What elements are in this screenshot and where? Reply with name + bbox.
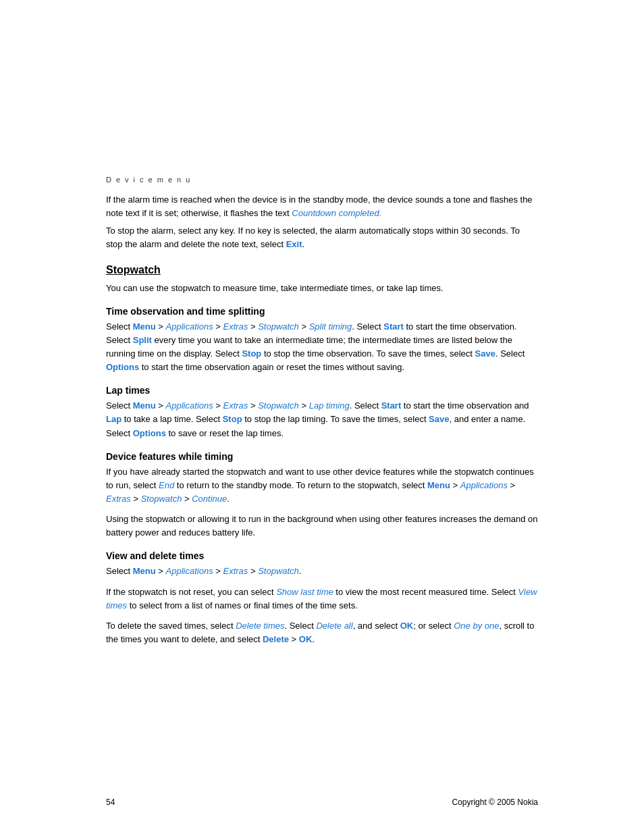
end-link[interactable]: End	[159, 480, 174, 490]
ok-link-2[interactable]: OK	[299, 634, 313, 644]
save-link-1[interactable]: Save	[475, 348, 495, 359]
delete-times-link[interactable]: Delete times	[236, 621, 284, 631]
copyright: Copyright © 2005 Nokia	[452, 798, 538, 807]
options-link-1[interactable]: Options	[106, 362, 139, 372]
device-features-body-1: If you have already started the stopwatc…	[106, 465, 538, 506]
extras-link-2[interactable]: Extras	[223, 400, 248, 411]
one-by-one-link[interactable]: One by one	[454, 621, 499, 631]
intro-text-2: To stop the alarm, select any key. If no…	[106, 226, 520, 249]
delete-link[interactable]: Delete	[263, 634, 289, 644]
applications-link-1[interactable]: Applications	[166, 321, 213, 332]
stopwatch-link-1[interactable]: Stopwatch	[258, 321, 299, 332]
continue-link[interactable]: Continue	[192, 494, 227, 504]
page-number: 54	[106, 798, 115, 807]
menu-link-2[interactable]: Menu	[133, 400, 156, 411]
extras-link-1[interactable]: Extras	[223, 321, 248, 332]
options-link-2[interactable]: Options	[133, 428, 166, 438]
lap-times-title: Lap times	[106, 385, 538, 396]
start-link-1[interactable]: Start	[383, 321, 404, 332]
applications-link-3[interactable]: Applications	[460, 480, 508, 490]
stopwatch-link-4[interactable]: Stopwatch	[258, 566, 299, 576]
stop-link-1[interactable]: Stop	[242, 348, 261, 359]
device-menu-label: D e v i c e m e n u	[106, 176, 538, 184]
applications-link-4[interactable]: Applications	[166, 566, 213, 576]
menu-link-4[interactable]: Menu	[133, 566, 156, 576]
stopwatch-section-title: Stopwatch	[106, 264, 538, 276]
applications-link-2[interactable]: Applications	[166, 400, 213, 411]
delete-all-link[interactable]: Delete all	[316, 621, 352, 631]
split-timing-link[interactable]: Split timing	[309, 321, 352, 332]
device-features-title: Device features while timing	[106, 451, 538, 462]
extras-link-4[interactable]: Extras	[223, 566, 248, 576]
lap-link[interactable]: Lap	[106, 414, 122, 424]
start-link-2[interactable]: Start	[381, 400, 402, 411]
time-observation-body: Select Menu > Applications > Extras > St…	[106, 320, 538, 375]
view-delete-body-3: To delete the saved times, select Delete…	[106, 619, 538, 646]
ok-link-1[interactable]: OK	[400, 621, 414, 631]
content-area: D e v i c e m e n u If the alarm time is…	[106, 0, 538, 711]
intro-paragraph-2: To stop the alarm, select any key. If no…	[106, 224, 538, 251]
extras-link-3[interactable]: Extras	[106, 494, 131, 504]
footer: 54 Copyright © 2005 Nokia	[0, 798, 644, 807]
stop-link-2[interactable]: Stop	[223, 414, 242, 424]
show-last-time-link[interactable]: Show last time	[276, 587, 333, 597]
stopwatch-link-3[interactable]: Stopwatch	[141, 494, 182, 504]
menu-link-1[interactable]: Menu	[133, 321, 156, 332]
time-observation-title: Time observation and time splitting	[106, 306, 538, 317]
page: D e v i c e m e n u If the alarm time is…	[0, 0, 644, 834]
exit-link[interactable]: Exit	[286, 239, 302, 249]
stopwatch-link-2[interactable]: Stopwatch	[258, 400, 299, 411]
stopwatch-intro: You can use the stopwatch to measure tim…	[106, 282, 538, 295]
save-link-2[interactable]: Save	[429, 414, 449, 424]
menu-link-3[interactable]: Menu	[427, 480, 450, 490]
lap-timing-link[interactable]: Lap timing	[309, 400, 350, 411]
countdown-completed-link[interactable]: Countdown completed.	[292, 208, 381, 218]
split-link[interactable]: Split	[133, 335, 152, 345]
device-features-body-2: Using the stopwatch or allowing it to ru…	[106, 513, 538, 540]
view-delete-title: View and delete times	[106, 550, 538, 561]
lap-times-body: Select Menu > Applications > Extras > St…	[106, 399, 538, 440]
intro-paragraph-1: If the alarm time is reached when the de…	[106, 193, 538, 220]
view-delete-body-2: If the stopwatch is not reset, you can s…	[106, 585, 538, 613]
view-delete-body-1: Select Menu > Applications > Extras > St…	[106, 565, 538, 578]
